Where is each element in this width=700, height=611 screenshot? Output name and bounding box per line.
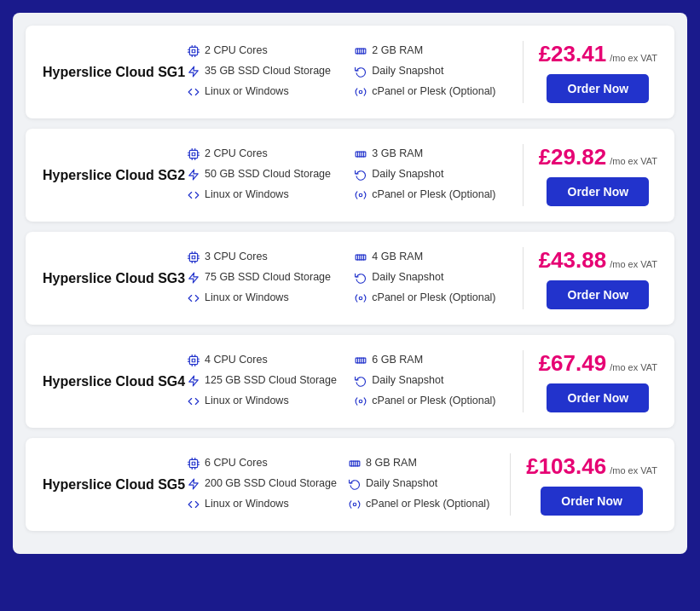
ram-feature-sg1: 2 GB RAM xyxy=(355,44,522,60)
cpanel-feature-sg1: cPanel or Plesk (Optional) xyxy=(355,85,522,101)
ram-text-sg2: 3 GB RAM xyxy=(372,147,423,159)
storage-icon-sg4 xyxy=(188,375,200,389)
svg-rect-11 xyxy=(356,49,366,54)
feature-col-right-sg2: 3 GB RAM Daily Snapshot cPanel or Plesk … xyxy=(355,147,522,204)
svg-rect-69 xyxy=(192,462,195,465)
snapshot-icon-sg5 xyxy=(349,478,361,493)
svg-rect-68 xyxy=(189,459,197,467)
cpanel-icon-sg4 xyxy=(355,395,367,410)
feature-col-left-sg5: 6 CPU Cores 200 GB SSD Cloud Storage Lin… xyxy=(188,457,349,513)
plans-container: Hyperslice Cloud SG1 2 CPU Cores 35 GB S… xyxy=(13,13,687,554)
storage-feature-sg2: 50 GB SSD Cloud Storage xyxy=(188,168,355,183)
ram-feature-sg4: 6 GB RAM xyxy=(355,354,522,369)
price-section-sg2: £29.82 /mo ex VAT Order Now xyxy=(523,144,657,206)
price-section-sg5: £103.46 /mo ex VAT Order Now xyxy=(510,453,657,516)
svg-point-84 xyxy=(353,503,356,506)
snapshot-feature-sg5: Daily Snapshot xyxy=(349,477,510,493)
cpanel-feature-sg2: cPanel or Plesk (Optional) xyxy=(355,188,522,204)
feature-col-right-sg1: 2 GB RAM Daily Snapshot cPanel or Plesk … xyxy=(355,44,522,101)
svg-point-33 xyxy=(360,193,363,197)
os-feature-sg1: Linux or Windows xyxy=(188,85,355,101)
ram-text-sg1: 2 GB RAM xyxy=(372,44,423,56)
plan-name-sg2: Hyperslice Cloud SG2 xyxy=(43,168,188,183)
snapshot-text-sg4: Daily Snapshot xyxy=(372,374,443,386)
feature-col-right-sg5: 8 GB RAM Daily Snapshot cPanel or Plesk … xyxy=(349,457,510,513)
storage-feature-sg1: 35 GB SSD Cloud Storage xyxy=(188,65,355,80)
snapshot-text-sg1: Daily Snapshot xyxy=(372,65,443,77)
svg-marker-27 xyxy=(189,170,199,180)
svg-rect-1 xyxy=(192,49,195,53)
price-amount-sg4: £67.49 xyxy=(539,350,607,377)
plan-name-sg4: Hyperslice Cloud SG4 xyxy=(43,374,188,389)
plan-features-sg1: 2 CPU Cores 35 GB SSD Cloud Storage Linu… xyxy=(188,44,523,101)
os-feature-sg5: Linux or Windows xyxy=(188,498,349,513)
price-amount-sg1: £23.41 xyxy=(539,41,607,67)
os-text-sg3: Linux or Windows xyxy=(205,291,289,303)
plan-card-sg3: Hyperslice Cloud SG3 3 CPU Cores 75 GB S… xyxy=(26,232,674,325)
svg-rect-0 xyxy=(189,47,197,55)
order-button-sg1[interactable]: Order Now xyxy=(547,74,649,103)
os-feature-sg3: Linux or Windows xyxy=(188,291,355,307)
price-section-sg3: £43.88 /mo ex VAT Order Now xyxy=(523,247,657,309)
snapshot-feature-sg2: Daily Snapshot xyxy=(355,168,522,183)
plan-features-sg3: 3 CPU Cores 75 GB SSD Cloud Storage Linu… xyxy=(188,251,523,307)
cpu-icon-sg4 xyxy=(188,354,200,369)
storage-icon-sg2 xyxy=(188,169,200,183)
order-button-sg3[interactable]: Order Now xyxy=(547,280,649,309)
os-text-sg4: Linux or Windows xyxy=(205,395,289,406)
price-line-sg5: £103.46 /mo ex VAT xyxy=(526,453,657,480)
storage-feature-sg5: 200 GB SSD Cloud Storage xyxy=(188,477,349,493)
ram-icon-sg1 xyxy=(355,45,367,60)
code-icon-sg3 xyxy=(188,292,200,307)
svg-point-67 xyxy=(360,400,363,403)
os-text-sg1: Linux or Windows xyxy=(205,85,289,97)
cpu-text-sg4: 4 CPU Cores xyxy=(205,354,268,366)
ram-feature-sg3: 4 GB RAM xyxy=(355,251,522,266)
cpanel-text-sg2: cPanel or Plesk (Optional) xyxy=(372,188,495,200)
storage-text-sg1: 35 GB SSD Cloud Storage xyxy=(205,65,331,77)
cpu-feature-sg1: 2 CPU Cores xyxy=(188,44,355,60)
price-section-sg4: £67.49 /mo ex VAT Order Now xyxy=(523,350,657,412)
plan-name-sg5: Hyperslice Cloud SG5 xyxy=(43,477,188,493)
price-line-sg2: £29.82 /mo ex VAT xyxy=(539,144,657,170)
cpanel-text-sg4: cPanel or Plesk (Optional) xyxy=(372,395,495,406)
snapshot-text-sg3: Daily Snapshot xyxy=(372,271,443,283)
snapshot-icon-sg4 xyxy=(355,375,367,389)
price-amount-sg2: £29.82 xyxy=(539,144,607,170)
os-text-sg5: Linux or Windows xyxy=(205,498,289,510)
cpanel-icon-sg2 xyxy=(355,189,367,204)
cpanel-text-sg1: cPanel or Plesk (Optional) xyxy=(372,85,495,97)
ram-icon-sg2 xyxy=(355,148,367,163)
order-button-sg4[interactable]: Order Now xyxy=(547,383,649,412)
price-section-sg1: £23.41 /mo ex VAT Order Now xyxy=(523,41,657,103)
feature-col-right-sg3: 4 GB RAM Daily Snapshot cPanel or Plesk … xyxy=(355,251,522,307)
storage-text-sg4: 125 GB SSD Cloud Storage xyxy=(205,374,337,386)
price-line-sg4: £67.49 /mo ex VAT xyxy=(539,350,657,377)
storage-icon-sg3 xyxy=(188,272,200,286)
svg-rect-34 xyxy=(189,253,197,261)
storage-icon-sg5 xyxy=(188,478,200,493)
cpu-text-sg5: 6 CPU Cores xyxy=(205,457,268,469)
price-amount-sg5: £103.46 xyxy=(526,453,606,480)
price-line-sg3: £43.88 /mo ex VAT xyxy=(539,247,657,274)
svg-rect-18 xyxy=(192,153,195,156)
cpanel-icon-sg3 xyxy=(355,292,367,307)
svg-rect-52 xyxy=(192,359,195,362)
plan-features-sg2: 2 CPU Cores 50 GB SSD Cloud Storage Linu… xyxy=(188,147,523,204)
cpanel-text-sg5: cPanel or Plesk (Optional) xyxy=(366,498,489,510)
snapshot-feature-sg1: Daily Snapshot xyxy=(355,65,522,80)
order-button-sg5[interactable]: Order Now xyxy=(541,487,643,516)
cpanel-text-sg3: cPanel or Plesk (Optional) xyxy=(372,291,495,303)
order-button-sg2[interactable]: Order Now xyxy=(547,177,649,206)
cpanel-feature-sg3: cPanel or Plesk (Optional) xyxy=(355,291,522,307)
os-feature-sg4: Linux or Windows xyxy=(188,395,355,410)
plan-card-sg4: Hyperslice Cloud SG4 4 CPU Cores 125 GB … xyxy=(26,335,674,428)
cpanel-icon-sg1 xyxy=(355,86,367,101)
cpanel-feature-sg5: cPanel or Plesk (Optional) xyxy=(349,498,510,513)
snapshot-text-sg2: Daily Snapshot xyxy=(372,168,443,180)
svg-rect-35 xyxy=(192,256,195,259)
plan-card-sg5: Hyperslice Cloud SG5 6 CPU Cores 200 GB … xyxy=(26,438,674,531)
snapshot-icon-sg2 xyxy=(355,169,367,183)
ram-text-sg4: 6 GB RAM xyxy=(372,354,423,366)
code-icon-sg2 xyxy=(188,189,200,204)
